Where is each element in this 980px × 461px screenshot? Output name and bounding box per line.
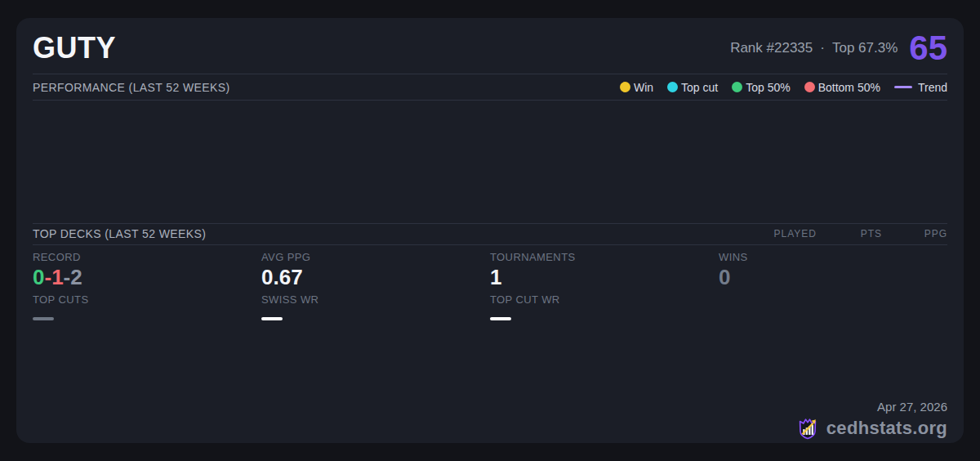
top-cuts-label: TOP CUTS <box>33 293 261 306</box>
legend-label-top-50: Top 50% <box>746 81 790 94</box>
wins-label: WINS <box>719 251 947 263</box>
top-cuts-empty-value <box>33 317 54 320</box>
cedhstats-logo-icon <box>795 416 820 441</box>
page-background: GUTY Rank #22335·Top 67.3% 65 PERFORMANC… <box>0 0 980 461</box>
top-decks-column-headers: PLAYED PTS PPG <box>751 228 947 239</box>
top-50-dot-icon <box>732 82 742 92</box>
brand-name[interactable]: cedhstats.org <box>826 418 947 439</box>
rank-number: Rank #22335 <box>730 40 813 56</box>
top-decks-section-header: TOP DECKS (LAST 52 WEEKS) PLAYED PTS PPG <box>33 224 947 244</box>
record-value: 0-1-2 <box>33 266 261 290</box>
legend-item-trend[interactable]: Trend <box>894 81 947 94</box>
top-decks-section-title: TOP DECKS (LAST 52 WEEKS) <box>33 227 206 240</box>
tournaments-label: TOURNAMENTS <box>490 251 719 263</box>
column-header-played: PLAYED <box>751 228 817 239</box>
record-label: RECORD <box>33 251 261 263</box>
top-cut-dot-icon <box>667 82 678 92</box>
brand-row[interactable]: cedhstats.org <box>795 416 947 441</box>
player-stats-card: GUTY Rank #22335·Top 67.3% 65 PERFORMANC… <box>16 18 964 443</box>
bottom-50-dot-icon <box>804 82 815 92</box>
stat-column-tournaments: TOURNAMENTS 1 TOP CUT WR <box>490 245 719 443</box>
top-cut-wr-label: TOP CUT WR <box>490 293 719 306</box>
rank-separator: · <box>820 40 825 56</box>
record-losses: -1 <box>44 265 63 289</box>
legend-label-trend: Trend <box>918 81 947 94</box>
header-rank-group: Rank #22335·Top 67.3% 65 <box>730 31 947 65</box>
legend-item-top-50[interactable]: Top 50% <box>732 81 790 94</box>
column-header-pts: PTS <box>817 228 882 239</box>
win-dot-icon <box>620 82 630 92</box>
legend-item-top-cut[interactable]: Top cut <box>667 81 718 94</box>
report-date: Apr 27, 2026 <box>795 400 947 414</box>
player-name: GUTY <box>33 31 116 65</box>
performance-section-header: PERFORMANCE (LAST 52 WEEKS) Win Top cut … <box>33 74 947 100</box>
top-cut-wr-empty-value <box>490 317 511 320</box>
record-wins: 0 <box>33 265 44 289</box>
legend-item-win[interactable]: Win <box>620 81 653 94</box>
swiss-wr-empty-value <box>261 317 283 320</box>
record-draws: -2 <box>64 265 82 289</box>
trend-line-icon <box>894 86 912 88</box>
stat-column-avg-ppg: AVG PPG 0.67 SWISS WR <box>261 245 490 443</box>
avg-ppg-label: AVG PPG <box>261 251 490 263</box>
card-footer: Apr 27, 2026 cedhstats.org <box>795 400 947 441</box>
top-percent: Top 67.3% <box>832 40 898 56</box>
swiss-wr-label: SWISS WR <box>261 293 490 306</box>
legend-item-bottom-50[interactable]: Bottom 50% <box>804 81 880 94</box>
stats-summary: RECORD 0-1-2 TOP CUTS AVG PPG 0.67 SWISS… <box>33 245 947 443</box>
stat-column-record: RECORD 0-1-2 TOP CUTS <box>33 245 261 443</box>
performance-chart <box>33 101 947 223</box>
legend-label-top-cut: Top cut <box>681 81 718 94</box>
legend-label-win: Win <box>634 81 653 94</box>
rank-text: Rank #22335·Top 67.3% <box>730 40 898 56</box>
tournaments-value: 1 <box>490 266 719 290</box>
performance-section-title: PERFORMANCE (LAST 52 WEEKS) <box>33 81 230 94</box>
wins-value: 0 <box>719 266 947 290</box>
legend-label-bottom-50: Bottom 50% <box>818 81 880 94</box>
chart-legend: Win Top cut Top 50% Bottom 50% Trend <box>620 81 947 94</box>
avg-ppg-value: 0.67 <box>261 266 490 290</box>
card-header: GUTY Rank #22335·Top 67.3% 65 <box>33 18 947 74</box>
player-score: 65 <box>909 31 947 65</box>
column-header-ppg: PPG <box>882 228 947 239</box>
